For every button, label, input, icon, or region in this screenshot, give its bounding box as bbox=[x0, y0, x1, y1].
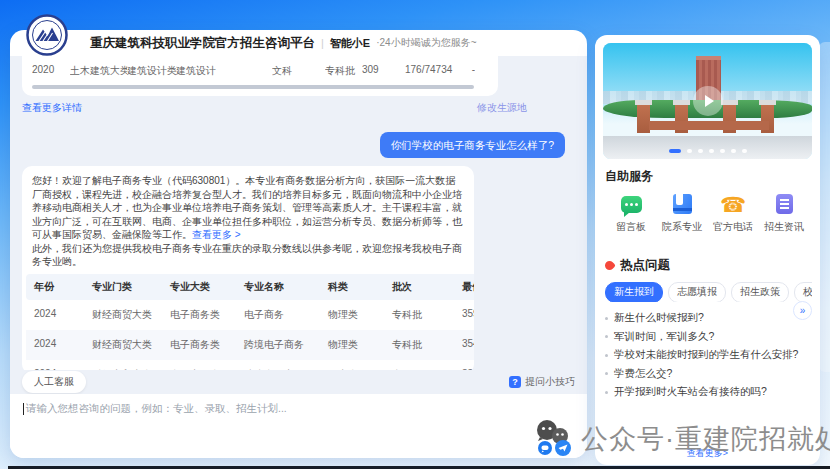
message-input-area bbox=[10, 394, 587, 458]
bullet-dot bbox=[605, 372, 608, 375]
carousel-dot[interactable] bbox=[731, 149, 736, 153]
sidebar-panel: 自助服务 留言板 院系专业 ☎ 官方电话 招生资讯 热点问题 新生报到志愿填报招… bbox=[595, 35, 820, 465]
table-cell: 2024 bbox=[26, 300, 84, 330]
carousel-dot[interactable] bbox=[720, 149, 725, 153]
carousel-dot[interactable] bbox=[698, 149, 703, 153]
see-more-link[interactable]: 查看更多 > bbox=[192, 229, 241, 240]
message-input[interactable] bbox=[10, 394, 587, 458]
more-details-link[interactable]: 查看更多详情 bbox=[22, 101, 82, 115]
hot-question-item[interactable]: 学费怎么交? bbox=[605, 365, 810, 384]
campus-video-carousel[interactable] bbox=[603, 43, 812, 159]
scores-table: 年份专业门类专业大类专业名称科类批次最低分/位次 2024 财经商贸大类 电子商… bbox=[26, 274, 474, 371]
table-cell: 财经商贸大类 bbox=[84, 360, 162, 371]
table-cell: 财经商贸大类 bbox=[84, 300, 162, 330]
hot-question-text: 学费怎么交? bbox=[614, 367, 672, 381]
school-logo bbox=[26, 14, 68, 56]
page-scrollbar[interactable] bbox=[819, 42, 830, 372]
table-cell: 2024 bbox=[26, 330, 84, 360]
table-cell: 电子商务类 bbox=[162, 360, 236, 371]
table-cell: 电子商务类 bbox=[162, 300, 236, 330]
table-cell: 物理类 bbox=[320, 300, 384, 330]
self-service-title: 自助服务 bbox=[603, 168, 812, 185]
table-header-cell: 专业门类 bbox=[84, 274, 162, 300]
table-cell: 335/56201 bbox=[454, 360, 474, 371]
bullet-dot bbox=[605, 317, 608, 320]
hot-questions-title: 热点问题 bbox=[620, 257, 670, 274]
hot-question-list: 新生什么时候报到? 军训时间，军训多久? 学校对未能按时报到的学生有什么安排? … bbox=[603, 309, 812, 402]
table-cell: - bbox=[463, 64, 475, 78]
service-departments[interactable]: 院系专业 bbox=[657, 193, 707, 234]
hot-question-tab[interactable]: 校园生活 bbox=[794, 282, 812, 302]
table-row: 2024 财经商贸大类 电子商务类 跨境电子商务 物理类 专科批 354/119… bbox=[26, 330, 474, 360]
hot-question-item[interactable]: 学校对未能按时报到的学生有什么安排? bbox=[605, 346, 810, 365]
table-cell: 专科批 bbox=[325, 64, 362, 78]
table-cell: 物理类 bbox=[320, 330, 384, 360]
chat-panel: 重庆建筑科技职业学院官方招生咨询平台 | 智能小E ·24小时竭诚为您服务~ 2… bbox=[10, 30, 587, 458]
bullet-dot bbox=[605, 391, 608, 394]
carousel-dot[interactable] bbox=[669, 149, 681, 153]
hot-questions-header: 热点问题 bbox=[603, 257, 812, 274]
table-cell: 建筑设计 bbox=[176, 64, 272, 78]
tabs-more-button[interactable]: » bbox=[793, 301, 812, 320]
table-cell: 专科批 bbox=[384, 300, 454, 330]
campus-photo-road bbox=[603, 136, 812, 159]
carousel-dot[interactable] bbox=[687, 149, 692, 153]
question-tips-button[interactable]: ? 提问小技巧 bbox=[509, 375, 575, 389]
chat-header: 重庆建筑科技职业学院官方招生咨询平台 | 智能小E ·24小时竭诚为您服务~ bbox=[10, 30, 587, 56]
user-message-row: 你们学校的电子商务专业怎么样了? bbox=[22, 132, 575, 158]
chat-toolbar: 人工客服 ? 提问小技巧 bbox=[10, 370, 587, 394]
play-icon bbox=[705, 95, 714, 107]
table-header-row: 年份专业门类专业大类专业名称科类批次最低分/位次 bbox=[26, 274, 474, 300]
page-title: 重庆建筑科技职业学院官方招生咨询平台 bbox=[90, 35, 315, 52]
message-board-icon bbox=[621, 193, 642, 215]
book-icon bbox=[673, 193, 692, 215]
hot-question-tab[interactable]: 志愿填报 bbox=[668, 282, 726, 302]
table-cell: 176/74734 bbox=[405, 64, 463, 78]
flame-icon bbox=[603, 259, 616, 272]
carousel-dot[interactable] bbox=[742, 149, 747, 153]
horizontal-scrollbar[interactable] bbox=[32, 85, 474, 89]
hot-question-item[interactable]: 新生什么时候报到? bbox=[605, 309, 810, 328]
play-button[interactable] bbox=[693, 86, 723, 116]
watermark-text: 公众号·重建院招就处 bbox=[581, 421, 830, 457]
table-cell: 跨境电子商务 bbox=[236, 360, 320, 371]
service-label: 院系专业 bbox=[662, 220, 702, 234]
question-tips-label: 提问小技巧 bbox=[525, 375, 575, 389]
hot-question-tab[interactable]: 新生报到 bbox=[605, 282, 663, 302]
change-origin-link[interactable]: 修改生源地 bbox=[477, 101, 527, 115]
table-row: 2024 财经商贸大类 电子商务类 电子商务 物理类 专科批 359/11880… bbox=[26, 300, 474, 330]
wechat-accounts-icon bbox=[532, 417, 578, 461]
hot-question-item[interactable]: 军训时间，军训多久? bbox=[605, 328, 810, 347]
message-links-row: 查看更多详情 修改生源地 bbox=[22, 101, 527, 115]
table-header-cell: 专业名称 bbox=[236, 274, 320, 300]
hot-question-tab[interactable]: 招生政策 bbox=[731, 282, 789, 302]
table-body: 2024 财经商贸大类 电子商务类 电子商务 物理类 专科批 359/11880… bbox=[26, 300, 474, 371]
hot-question-text: 新生什么时候报到? bbox=[614, 311, 704, 325]
table-cell: 财经商贸大类 bbox=[84, 330, 162, 360]
table-cell: 2020 bbox=[32, 64, 70, 78]
table-header-cell: 最低分/位次 bbox=[454, 274, 474, 300]
tabs-overflow: » bbox=[793, 301, 812, 320]
table-header-cell: 专业大类 bbox=[162, 274, 236, 300]
service-official-phone[interactable]: ☎ 官方电话 bbox=[708, 193, 758, 234]
document-icon bbox=[776, 193, 793, 215]
message-list[interactable]: 2020土木建筑大类建筑设计类建筑设计文科专科批309176/74734- 查看… bbox=[10, 56, 587, 370]
table-cell: 354/119896 bbox=[454, 330, 474, 360]
table-cell: 建筑设计类 bbox=[127, 64, 176, 78]
campus-gate-wall bbox=[649, 121, 769, 130]
carousel-dot[interactable] bbox=[709, 149, 714, 153]
table-cell: 文科 bbox=[272, 64, 325, 78]
service-message-board[interactable]: 留言板 bbox=[606, 193, 656, 234]
table-cell: 2024 bbox=[26, 360, 84, 371]
phone-icon: ☎ bbox=[720, 193, 746, 215]
watermark: 公众号·重建院招就处 bbox=[532, 417, 830, 461]
service-label: 招生资讯 bbox=[764, 220, 804, 234]
human-service-button[interactable]: 人工客服 bbox=[22, 371, 86, 393]
service-admissions-news[interactable]: 招生资讯 bbox=[759, 193, 809, 234]
service-label: 留言板 bbox=[616, 220, 646, 234]
hot-question-item[interactable]: 开学报到时火车站会有接待的吗? bbox=[605, 383, 810, 402]
bot-paragraph-text: 您好！欢迎了解电子商务专业（代码630801）。本专业有商务数据分析方向，获国际… bbox=[32, 175, 462, 240]
bullet-dot bbox=[605, 354, 608, 357]
table-row: 2024 财经商贸大类 电子商务类 跨境电子商务 历史类 专科批 335/562… bbox=[26, 360, 474, 371]
table-header-cell: 批次 bbox=[384, 274, 454, 300]
